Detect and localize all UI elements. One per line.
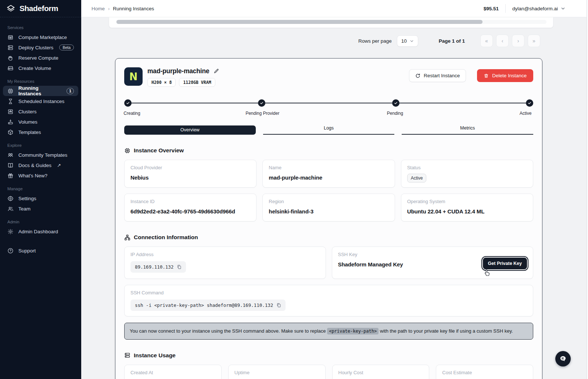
user-menu[interactable]: dylan@shadeform.ai bbox=[512, 6, 565, 11]
field-operating-system: Operating System Ubuntu 22.04 + CUDA 12.… bbox=[401, 194, 533, 222]
tab-overview[interactable]: Overview bbox=[124, 125, 256, 135]
topbar-divider bbox=[505, 4, 506, 13]
sidebar-item-deploy-clusters[interactable]: Deploy Clusters Beta bbox=[3, 42, 78, 53]
next-page-button[interactable]: › bbox=[512, 35, 524, 47]
sidebar-item-label: What's New? bbox=[18, 173, 47, 178]
ip-address-value: 89.169.110.132 bbox=[135, 264, 173, 270]
last-page-button[interactable]: » bbox=[528, 35, 540, 47]
rows-per-page-select[interactable]: 10 bbox=[397, 35, 418, 47]
instances-table-bottom bbox=[109, 17, 553, 28]
step-check-icon bbox=[526, 99, 533, 107]
edit-name-icon[interactable] bbox=[214, 68, 219, 74]
private-key-path-code: <private-key-path> bbox=[327, 328, 379, 334]
storefront-icon bbox=[7, 34, 14, 40]
sidebar-item-support[interactable]: Support bbox=[3, 245, 78, 256]
status-badge: Active bbox=[407, 174, 427, 183]
sidebar-item-docs-guides[interactable]: Docs & Guides ↗ bbox=[3, 160, 78, 170]
sidebar-item-label: Clusters bbox=[18, 109, 37, 114]
ssh-command-pill: ssh -i <private-key-path> shadeform@89.1… bbox=[130, 300, 286, 311]
user-email-label: dylan@shadeform.ai bbox=[512, 6, 558, 11]
step-check-icon bbox=[258, 99, 265, 107]
horizontal-scrollbar[interactable] bbox=[116, 20, 546, 24]
section-label-manage: Manage bbox=[3, 181, 78, 193]
sidebar-item-admin-dashboard[interactable]: Admin Dashboard bbox=[3, 226, 78, 237]
get-private-key-button[interactable]: Get Private Key bbox=[483, 258, 527, 269]
stepper-labels: Creating Pending Provider Pending Active bbox=[124, 111, 533, 117]
sidebar-item-label: Support bbox=[18, 248, 36, 254]
cube-icon bbox=[7, 129, 14, 135]
prev-page-button[interactable]: ‹ bbox=[496, 35, 509, 47]
delete-instance-button[interactable]: Delete Instance bbox=[477, 69, 533, 82]
sidebar-item-settings[interactable]: Settings bbox=[3, 193, 78, 203]
volume-download-icon bbox=[7, 119, 14, 125]
network-icon bbox=[124, 234, 130, 241]
tab-metrics[interactable]: Metrics bbox=[402, 125, 533, 135]
rows-per-page-label: Rows per page bbox=[358, 38, 392, 44]
field-uptime: Uptime bbox=[228, 365, 326, 379]
horizontal-scrollbar-thumb[interactable] bbox=[116, 20, 483, 24]
instance-overview-title: Instance Overview bbox=[134, 147, 184, 154]
sidebar-item-create-volume[interactable]: Create Volume bbox=[3, 63, 78, 73]
field-status: Status Active bbox=[401, 160, 533, 188]
detail-tabs: Overview Logs Metrics bbox=[124, 125, 533, 135]
sidebar-item-label: Community Templates bbox=[18, 152, 67, 158]
status-stepper bbox=[124, 99, 533, 107]
section-label-admin: Admin bbox=[3, 214, 78, 226]
breadcrumb-current: Running Instances bbox=[113, 6, 154, 11]
brand-name: Shadeform bbox=[19, 4, 58, 13]
brand[interactable]: Shadeform bbox=[0, 0, 81, 17]
external-link-icon: ↗ bbox=[57, 163, 61, 168]
sidebar-item-label: Admin Dashboard bbox=[18, 229, 58, 234]
main-area: Home › Running Instances $95.51 dylan@sh… bbox=[81, 0, 588, 379]
sidebar-item-running-instances[interactable]: Running Instances 1 bbox=[3, 86, 78, 96]
field-cloud-provider: Cloud Provider Nebius bbox=[124, 160, 257, 188]
section-label-explore: Explore bbox=[3, 137, 78, 150]
delete-label: Delete Instance bbox=[492, 73, 527, 78]
cpu-chip-icon bbox=[7, 88, 14, 94]
first-page-button[interactable]: « bbox=[480, 35, 493, 47]
tab-logs[interactable]: Logs bbox=[263, 125, 395, 135]
drive-icon bbox=[7, 65, 14, 71]
field-instance-id: Instance ID 6d9d2ed2-e3a2-40fc-9765-49d6… bbox=[124, 194, 257, 222]
content: Rows per page 10 Page 1 of 1 « ‹ › » N bbox=[81, 17, 588, 379]
sidebar-item-clusters[interactable]: Clusters bbox=[3, 106, 78, 117]
mouse-cursor-icon bbox=[484, 269, 491, 276]
page-status: Page 1 of 1 bbox=[439, 38, 465, 44]
copy-icon[interactable] bbox=[276, 303, 281, 308]
chevrons-right-icon: » bbox=[533, 38, 535, 44]
sidebar-item-whats-new[interactable]: What's New? bbox=[3, 170, 78, 181]
ssh-command-value: ssh -i <private-key-path> shadeform@89.1… bbox=[135, 302, 273, 308]
section-label-services: Services bbox=[3, 20, 78, 32]
sidebar-item-label: Scheduled Instances bbox=[18, 99, 64, 104]
book-icon bbox=[7, 162, 14, 169]
restart-instance-button[interactable]: Restart Instance bbox=[409, 69, 466, 82]
field-region: Region helsinki-finland-3 bbox=[262, 194, 395, 222]
support-chat-button[interactable] bbox=[555, 351, 571, 366]
step-check-icon bbox=[392, 99, 399, 107]
sidebar-item-volumes[interactable]: Volumes bbox=[3, 117, 78, 127]
chevron-left-icon: ‹ bbox=[502, 38, 503, 44]
field-ssh-command: SSH Command ssh -i <private-key-path> sh… bbox=[124, 285, 533, 316]
step-label-pending-provider: Pending Provider bbox=[245, 111, 279, 116]
nebius-provider-logo: N bbox=[124, 67, 143, 86]
sidebar-item-label: Docs & Guides bbox=[18, 163, 51, 168]
sidebar-item-team[interactable]: Team bbox=[3, 203, 78, 214]
sidebar-item-compute-marketplace[interactable]: Compute Marketplace bbox=[3, 32, 78, 42]
copy-icon[interactable] bbox=[177, 265, 182, 269]
vram-spec-badge: 1128GB VRAM bbox=[179, 78, 215, 87]
sidebar-item-templates[interactable]: Templates bbox=[3, 127, 78, 137]
field-hourly-cost: Hourly Cost bbox=[332, 365, 430, 379]
ip-address-pill: 89.169.110.132 bbox=[130, 261, 186, 273]
connection-info-title: Connection Information bbox=[134, 234, 198, 241]
cpu-chip-icon bbox=[124, 148, 130, 154]
trash-icon bbox=[484, 73, 489, 78]
sidebar-item-scheduled-instances[interactable]: Scheduled Instances bbox=[3, 96, 78, 106]
breadcrumb-home[interactable]: Home bbox=[92, 6, 105, 11]
server-stack-icon bbox=[124, 352, 130, 358]
sidebar-item-community-templates[interactable]: Community Templates bbox=[3, 150, 78, 160]
sidebar-item-label: Templates bbox=[18, 130, 41, 135]
vertical-scrollbar[interactable] bbox=[587, 0, 588, 379]
sidebar-item-reserve-compute[interactable]: Reserve Compute bbox=[3, 53, 78, 63]
server-stack-icon bbox=[7, 45, 14, 51]
account-balance: $95.51 bbox=[484, 6, 499, 11]
